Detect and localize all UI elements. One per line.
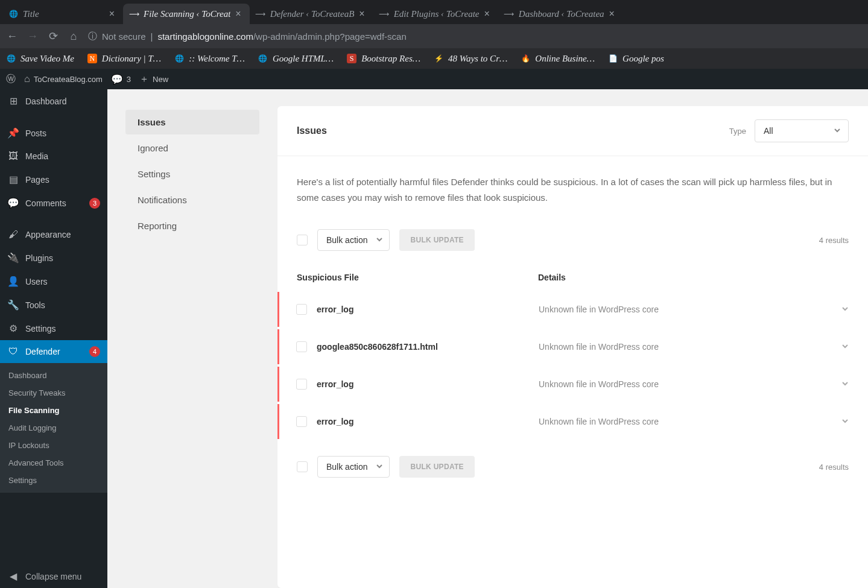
new-content-link[interactable]: ＋New — [139, 73, 168, 86]
vertical-tabs: Issues Ignored Settings Notifications Re… — [125, 106, 259, 588]
sidebar-item-tools[interactable]: 🔧Tools — [0, 293, 107, 317]
submenu-item[interactable]: Advanced Tools — [0, 454, 107, 472]
file-detail: Unknown file in WordPress core — [539, 379, 832, 389]
tab-issues[interactable]: Issues — [125, 110, 259, 134]
app-icon: ⟶ — [256, 9, 265, 19]
tab-title: Defender ‹ ToCreateaB — [270, 9, 355, 19]
wp-sidebar: ⊞Dashboard 📌Posts 🖼Media ▤Pages 💬Comment… — [0, 89, 107, 588]
type-label: Type — [729, 127, 746, 136]
bookmark-icon: S — [347, 54, 356, 63]
file-detail: Unknown file in WordPress core — [539, 342, 832, 352]
close-icon[interactable]: × — [609, 9, 615, 19]
table-row[interactable]: googlea850c860628f1711.html Unknown file… — [277, 329, 868, 364]
submenu-item[interactable]: File Scanning — [0, 402, 107, 419]
sidebar-item-appearance[interactable]: 🖌Appearance — [0, 223, 107, 246]
browser-tab-strip: 🌐 Title × ⟶ File Scanning ‹ ToCreat × ⟶ … — [0, 0, 868, 24]
browser-tab[interactable]: 🌐 Title × — [2, 4, 123, 24]
collapse-menu[interactable]: ◀Collapse menu — [0, 564, 107, 588]
submenu-item[interactable]: Audit Logging — [0, 419, 107, 437]
table-row[interactable]: error_log Unknown file in WordPress core — [277, 404, 868, 439]
row-checkbox[interactable] — [296, 341, 307, 352]
sidebar-item-pages[interactable]: ▤Pages — [0, 168, 107, 191]
bookmark-icon: N — [87, 54, 97, 63]
close-icon[interactable]: × — [359, 9, 364, 19]
submenu-item[interactable]: IP Lockouts — [0, 437, 107, 454]
bookmark-item[interactable]: 📄Google pos — [608, 54, 664, 64]
browser-toolbar: ← → ⟳ ⌂ ⓘ Not secure | startingablogonli… — [0, 24, 868, 48]
browser-tab[interactable]: ⟶ Defender ‹ ToCreateaB × — [250, 4, 373, 24]
browser-tab[interactable]: ⟶ File Scanning ‹ ToCreat × — [123, 4, 250, 24]
sidebar-item-users[interactable]: 👤Users — [0, 270, 107, 293]
bookmark-item[interactable]: 🌐Save Video Me — [6, 54, 74, 64]
brush-icon: 🖌 — [7, 229, 19, 240]
wrench-icon: 🔧 — [7, 299, 19, 311]
forward-button[interactable]: → — [27, 30, 39, 43]
sliders-icon: ⚙ — [7, 323, 19, 334]
row-checkbox[interactable] — [296, 379, 307, 390]
bookmark-item[interactable]: SBootstrap Res… — [347, 54, 420, 64]
sidebar-item-settings[interactable]: ⚙Settings — [0, 317, 107, 340]
sidebar-item-plugins[interactable]: 🔌Plugins — [0, 246, 107, 270]
sidebar-item-comments[interactable]: 💬Comments3 — [0, 191, 107, 215]
plus-icon: ＋ — [139, 73, 149, 86]
bookmark-icon: 🔥 — [521, 54, 530, 63]
tab-settings[interactable]: Settings — [125, 162, 259, 186]
bulk-action-select[interactable]: Bulk action — [317, 229, 390, 251]
security-status: Not secure — [102, 31, 146, 42]
comments-link[interactable]: 💬3 — [111, 74, 131, 85]
submenu-item[interactable]: Settings — [0, 472, 107, 489]
globe-icon: 🌐 — [6, 54, 16, 63]
media-icon: 🖼 — [7, 151, 19, 162]
bulk-update-button[interactable]: BULK UPDATE — [399, 229, 474, 251]
reload-button[interactable]: ⟳ — [47, 30, 59, 43]
sidebar-item-dashboard[interactable]: ⊞Dashboard — [0, 89, 107, 113]
badge: 4 — [89, 346, 100, 357]
results-count: 4 results — [819, 236, 849, 245]
chevron-down-icon[interactable] — [841, 305, 849, 314]
close-icon[interactable]: × — [484, 9, 490, 19]
chevron-down-icon[interactable] — [841, 417, 849, 426]
close-icon[interactable]: × — [235, 9, 241, 19]
browser-tab[interactable]: ⟶ Edit Plugins ‹ ToCreate × — [373, 4, 498, 24]
bulk-update-button[interactable]: BULK UPDATE — [399, 456, 474, 478]
page-icon: ▤ — [7, 174, 19, 185]
dashboard-icon: ⊞ — [7, 95, 19, 107]
wp-logo[interactable]: ⓦ — [6, 73, 16, 86]
bulk-action-select[interactable]: Bulk action — [317, 456, 390, 478]
sidebar-item-media[interactable]: 🖼Media — [0, 145, 107, 168]
bookmark-item[interactable]: 🌐Google HTML… — [258, 54, 334, 64]
table-row[interactable]: error_log Unknown file in WordPress core — [277, 292, 868, 327]
type-select[interactable]: All — [755, 119, 849, 142]
tab-title: File Scanning ‹ ToCreat — [144, 9, 230, 19]
column-header-details: Details — [538, 273, 849, 282]
back-button[interactable]: ← — [6, 30, 18, 43]
submenu-item[interactable]: Dashboard — [0, 367, 107, 384]
close-icon[interactable]: × — [109, 9, 115, 19]
table-row[interactable]: error_log Unknown file in WordPress core — [277, 367, 868, 402]
chevron-down-icon[interactable] — [841, 379, 849, 389]
home-button[interactable]: ⌂ — [68, 30, 80, 43]
select-all-checkbox[interactable] — [297, 461, 308, 472]
bookmark-item[interactable]: NDictionary | T… — [87, 54, 161, 64]
bookmark-item[interactable]: 🌐:: Welcome T… — [174, 54, 245, 64]
row-checkbox[interactable] — [296, 304, 307, 315]
tab-reporting[interactable]: Reporting — [125, 213, 259, 238]
select-all-checkbox[interactable] — [297, 235, 308, 245]
chevron-down-icon[interactable] — [841, 342, 849, 352]
tab-notifications[interactable]: Notifications — [125, 188, 259, 212]
row-checkbox[interactable] — [296, 416, 307, 427]
sidebar-item-defender[interactable]: 🛡Defender4 — [0, 340, 107, 363]
address-bar[interactable]: ⓘ Not secure | startingablogonline.com/w… — [88, 31, 862, 42]
url-path: /wp-admin/admin.php?page=wdf-scan — [253, 31, 407, 42]
browser-tab[interactable]: ⟶ Dashboard ‹ ToCreatea × — [498, 4, 623, 24]
tab-title: Title — [23, 9, 104, 19]
sidebar-item-posts[interactable]: 📌Posts — [0, 121, 107, 145]
bookmark-item[interactable]: 🔥Online Busine… — [521, 54, 595, 64]
lock-info-icon: ⓘ — [88, 31, 97, 42]
submenu-item[interactable]: Security Tweaks — [0, 384, 107, 402]
globe-icon: 🌐 — [8, 9, 18, 19]
site-home-link[interactable]: ⌂ToCreateaBlog.com — [24, 74, 103, 84]
tab-ignored[interactable]: Ignored — [125, 136, 259, 160]
bookmark-item[interactable]: ⚡48 Ways to Cr… — [434, 54, 507, 64]
chevron-down-icon — [834, 126, 841, 136]
